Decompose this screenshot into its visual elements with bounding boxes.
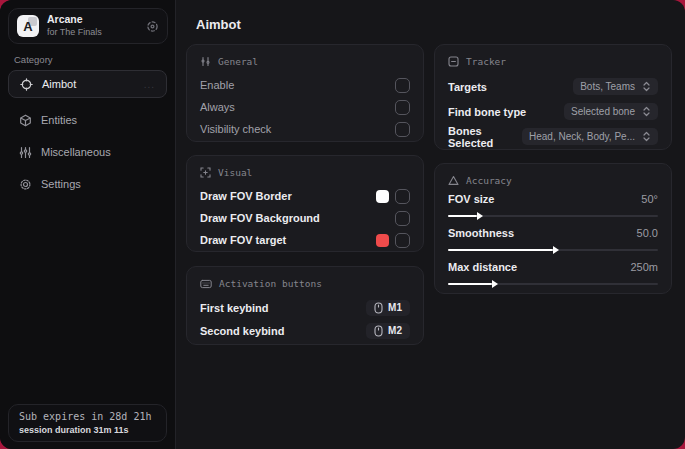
- sidebar-item-label: Settings: [41, 178, 81, 190]
- app-name: Arcane: [47, 14, 138, 26]
- accuracy-card-header: Accuracy: [448, 175, 658, 186]
- setting-label: Find bone type: [448, 106, 526, 118]
- fov-size-slider[interactable]: [448, 212, 658, 220]
- always-checkbox[interactable]: [395, 100, 410, 115]
- subscription-card: Sub expires in 28d 21h session duration …: [8, 404, 167, 442]
- setting-row-draw-fov-target: Draw FOV target: [200, 229, 410, 251]
- second-keybind-button[interactable]: M2: [366, 323, 410, 339]
- setting-row-second-keybind: Second keybind M2: [200, 319, 410, 342]
- sliders-icon: [19, 146, 32, 159]
- row-controls: [395, 211, 410, 226]
- targets-dropdown[interactable]: Bots, Teams: [573, 78, 658, 95]
- enable-checkbox[interactable]: [395, 78, 410, 93]
- fov-border-color-swatch[interactable]: [376, 190, 389, 203]
- dropdown-value: Head, Neck, Body, Pe...: [529, 131, 635, 142]
- tracker-card: Tracker Targets Bots, Teams Find bone ty…: [434, 44, 672, 150]
- aimbot-item-hint: ...: [144, 79, 155, 90]
- setting-label: Enable: [200, 79, 234, 91]
- card-title: Activation buttons: [219, 278, 322, 289]
- general-card: General Enable Always Visibility check: [186, 44, 424, 142]
- setting-row-draw-fov-background: Draw FOV Background: [200, 207, 410, 229]
- setting-label: Always: [200, 101, 235, 113]
- tracker-card-header: Tracker: [448, 56, 658, 67]
- slider-fill: [448, 215, 477, 217]
- smoothness-slider[interactable]: [448, 246, 658, 254]
- setting-label: Draw FOV target: [200, 234, 286, 246]
- accuracy-card: Accuracy FOV size 50° Smoothness 50.0 Ma…: [434, 163, 672, 294]
- slider-fill: [448, 249, 553, 251]
- dropdown-value: Bots, Teams: [580, 81, 635, 92]
- mouse-icon: [374, 325, 383, 337]
- setting-label: Draw FOV Border: [200, 190, 292, 202]
- session-duration-text: session duration 31m 11s: [19, 425, 156, 435]
- category-label: Category: [14, 54, 53, 65]
- draw-fov-target-checkbox[interactable]: [395, 233, 410, 248]
- visibility-check-checkbox[interactable]: [395, 122, 410, 137]
- scan-plus-icon: [200, 167, 211, 178]
- setting-label: FOV size: [448, 193, 494, 205]
- row-controls: [376, 233, 410, 248]
- sidebar-item-label: Miscellaneous: [41, 146, 111, 158]
- bones-selected-dropdown[interactable]: Head, Neck, Body, Pe...: [522, 128, 658, 145]
- max-distance-slider[interactable]: [448, 280, 658, 288]
- card-title: Accuracy: [466, 175, 512, 186]
- keyboard-icon: [200, 279, 212, 289]
- app-meta: Arcane for The Finals: [47, 14, 138, 37]
- sidebar-nav: Aimbot ... Entities: [8, 70, 167, 202]
- sidebar-item-label: Entities: [41, 114, 77, 126]
- setting-label: Max distance: [448, 261, 517, 273]
- slider-fill: [448, 283, 492, 285]
- desktop-background: A Arcane for The Finals Category: [0, 0, 685, 449]
- sync-icon[interactable]: [146, 20, 159, 33]
- smoothness-row: Smoothness 50.0: [448, 227, 658, 239]
- max-distance-value: 250m: [630, 261, 658, 273]
- keybind-value: M2: [388, 325, 402, 336]
- gear-icon: [19, 178, 32, 191]
- setting-label: First keybind: [200, 302, 268, 314]
- setting-label: Targets: [448, 81, 487, 93]
- setting-label: Second keybind: [200, 325, 284, 337]
- setting-row-bones-selected: Bones Selected Head, Neck, Body, Pe...: [448, 124, 658, 149]
- visual-card-header: Visual: [200, 167, 410, 178]
- setting-row-find-bone-type: Find bone type Selected bone: [448, 99, 658, 124]
- chevrons-up-down-icon: [642, 131, 651, 142]
- card-title: General: [218, 56, 258, 67]
- chevrons-up-down-icon: [642, 81, 651, 92]
- fov-target-color-swatch[interactable]: [376, 234, 389, 247]
- fov-size-value: 50°: [641, 193, 658, 205]
- sidebar-item-settings[interactable]: Settings: [8, 170, 167, 198]
- draw-fov-border-checkbox[interactable]: [395, 189, 410, 204]
- sidebar-item-miscellaneous[interactable]: Miscellaneous: [8, 138, 167, 166]
- logo-letter: A: [23, 19, 32, 34]
- mouse-icon: [374, 302, 383, 314]
- keybind-value: M1: [388, 302, 402, 313]
- dropdown-value: Selected bone: [571, 106, 635, 117]
- card-title: Tracker: [466, 56, 506, 67]
- fov-size-row: FOV size 50°: [448, 193, 658, 205]
- triangle-icon: [448, 175, 459, 186]
- activation-card-header: Activation buttons: [200, 278, 410, 289]
- first-keybind-button[interactable]: M1: [366, 300, 410, 316]
- setting-label: Bones Selected: [448, 125, 522, 149]
- find-bone-type-dropdown[interactable]: Selected bone: [564, 103, 658, 120]
- visual-card: Visual Draw FOV Border Draw FOV Backgrou…: [186, 155, 424, 252]
- chevrons-up-down-icon: [642, 106, 651, 117]
- app-header-card: A Arcane for The Finals: [8, 8, 168, 44]
- general-card-header: General: [200, 56, 410, 67]
- sidebar-item-entities[interactable]: Entities: [8, 106, 167, 134]
- draw-fov-background-checkbox[interactable]: [395, 211, 410, 226]
- vertical-sliders-icon: [200, 56, 211, 67]
- cube-icon: [19, 114, 32, 127]
- activation-buttons-card: Activation buttons First keybind M1 Seco…: [186, 266, 424, 345]
- setting-row-first-keybind: First keybind M1: [200, 296, 410, 319]
- setting-label: Draw FOV Background: [200, 212, 320, 224]
- app-subtitle: for The Finals: [47, 28, 138, 38]
- max-distance-row: Max distance 250m: [448, 261, 658, 273]
- smoothness-value: 50.0: [637, 227, 658, 239]
- row-controls: [376, 189, 410, 204]
- frame-minus-icon: [448, 56, 459, 67]
- sidebar-item-aimbot[interactable]: Aimbot ...: [8, 70, 167, 98]
- setting-row-draw-fov-border: Draw FOV Border: [200, 185, 410, 207]
- setting-row-targets: Targets Bots, Teams: [448, 74, 658, 99]
- sub-expiry-text: Sub expires in 28d 21h: [19, 411, 156, 422]
